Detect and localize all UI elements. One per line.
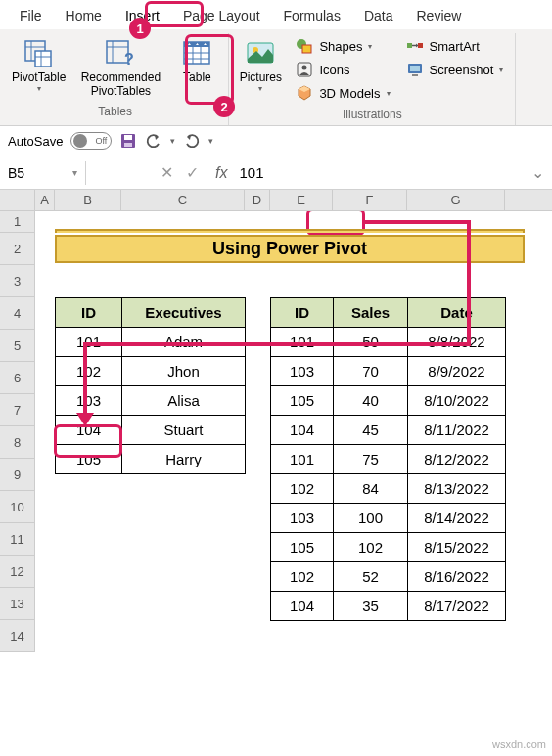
cell[interactable]: 102 (56, 357, 122, 386)
accept-formula-icon[interactable]: ✓ (182, 163, 202, 182)
cell[interactable]: 104 (271, 592, 334, 621)
row-header[interactable]: 11 (0, 523, 35, 556)
row-header[interactable]: 2 (0, 233, 35, 265)
cell[interactable]: 104 (271, 416, 334, 445)
cell[interactable]: 101 (271, 328, 334, 357)
cell[interactable]: 40 (334, 386, 408, 416)
cell[interactable]: Adam (122, 328, 246, 357)
cell[interactable]: 52 (334, 562, 408, 592)
pictures-button[interactable]: Pictures ▾ (233, 33, 288, 95)
cell[interactable]: 8/12/2022 (408, 445, 506, 474)
col-header-b[interactable]: B (55, 190, 121, 210)
row-header[interactable]: 7 (0, 394, 35, 426)
screenshot-button[interactable]: Screenshot ▾ (402, 59, 508, 80)
cell[interactable]: 103 (56, 386, 122, 416)
cell[interactable]: 8/9/2022 (408, 357, 506, 386)
table-button[interactable]: Table (169, 33, 224, 86)
tab-formulas[interactable]: Formulas (272, 2, 352, 29)
icons-button[interactable]: Icons (292, 59, 393, 80)
row-header[interactable]: 1 (0, 211, 35, 233)
row-header[interactable]: 5 (0, 330, 35, 362)
col-header-c[interactable]: C (121, 190, 245, 210)
cell[interactable]: 100 (334, 504, 408, 533)
title-banner: Using Power Pivot (55, 235, 525, 263)
cell[interactable]: 101 (56, 328, 122, 357)
row-header[interactable]: 4 (0, 297, 35, 330)
cell[interactable]: 105 (271, 533, 334, 562)
tab-review[interactable]: Review (405, 2, 474, 29)
row-header[interactable]: 10 (0, 491, 35, 523)
table-row: 102848/13/2022 (271, 474, 506, 504)
recommended-pivottables-button[interactable]: ? Recommended PivotTables (71, 33, 169, 101)
cell[interactable]: 102 (334, 533, 408, 562)
cancel-formula-icon[interactable]: ✕ (157, 163, 176, 182)
cell[interactable]: 8/16/2022 (408, 562, 506, 592)
col-header-f[interactable]: F (333, 190, 407, 210)
redo-icon[interactable] (183, 132, 201, 150)
cell[interactable]: Harry (122, 445, 246, 474)
table-row: 105Harry (56, 445, 246, 474)
cell[interactable]: 8/11/2022 (408, 416, 506, 445)
autosave-toggle[interactable]: Off (70, 132, 112, 150)
col-header-d[interactable]: D (245, 190, 270, 210)
tab-file[interactable]: File (8, 2, 54, 29)
row-header[interactable]: 13 (0, 588, 35, 620)
fx-icon[interactable]: fx (209, 164, 233, 182)
undo-icon[interactable] (145, 132, 162, 150)
col-header-e[interactable]: E (270, 190, 333, 210)
cell[interactable]: 105 (271, 386, 334, 416)
tab-page-layout[interactable]: Page Layout (171, 2, 272, 29)
cell[interactable]: 8/10/2022 (408, 386, 506, 416)
row-header[interactable]: 9 (0, 459, 35, 491)
cell[interactable]: Stuart (122, 416, 246, 445)
row-header[interactable]: 14 (0, 620, 35, 652)
expand-formula-bar-icon[interactable]: ⌄ (524, 163, 552, 182)
cell[interactable]: 8/17/2022 (408, 592, 506, 621)
table-header[interactable]: ID (56, 298, 122, 328)
cell[interactable]: 75 (334, 445, 408, 474)
cell[interactable]: 8/8/2022 (408, 328, 506, 357)
tab-data[interactable]: Data (352, 2, 405, 29)
table-header[interactable]: ID (271, 298, 334, 328)
smartart-button[interactable]: SmartArt (402, 35, 508, 57)
row-header[interactable]: 6 (0, 362, 35, 394)
cell[interactable]: 105 (56, 445, 122, 474)
cell[interactable]: 50 (334, 328, 408, 357)
chevron-down-icon[interactable]: ▾ (208, 136, 213, 146)
shapes-button[interactable]: Shapes ▾ (292, 35, 393, 57)
cell[interactable]: 8/13/2022 (408, 474, 506, 504)
cell[interactable]: Jhon (122, 357, 246, 386)
row-header[interactable]: 12 (0, 556, 35, 588)
formula-input[interactable]: 101 (233, 160, 524, 185)
cell[interactable]: 70 (334, 357, 408, 386)
col-header-a[interactable]: A (35, 190, 55, 210)
3d-models-button[interactable]: 3D Models ▾ (292, 82, 393, 104)
cell[interactable]: 8/14/2022 (408, 504, 506, 533)
save-icon[interactable] (119, 132, 137, 150)
table-header[interactable]: Executives (122, 298, 246, 328)
tab-home[interactable]: Home (54, 2, 114, 29)
tables-group-label: Tables (6, 101, 224, 122)
cell[interactable]: 102 (271, 562, 334, 592)
select-all-corner[interactable] (0, 190, 35, 210)
pivottable-button[interactable]: PivotTable ▾ (6, 33, 71, 95)
name-box[interactable]: B5 ▾ (0, 161, 86, 185)
cell-area[interactable]: Using Power Pivot ID Executives 101Adam … (35, 211, 525, 652)
shapes-label: Shapes (319, 39, 362, 54)
chevron-down-icon[interactable]: ▾ (170, 136, 175, 146)
table-header[interactable]: Sales (334, 298, 408, 328)
cell[interactable]: 102 (271, 474, 334, 504)
col-header-g[interactable]: G (407, 190, 505, 210)
cell[interactable]: 103 (271, 504, 334, 533)
table-header[interactable]: Date (408, 298, 506, 328)
cell[interactable]: 35 (334, 592, 408, 621)
cell[interactable]: 84 (334, 474, 408, 504)
cell[interactable]: 103 (271, 357, 334, 386)
cell[interactable]: Alisa (122, 386, 246, 416)
cell[interactable]: 45 (334, 416, 408, 445)
row-header[interactable]: 8 (0, 426, 35, 459)
cell[interactable]: 104 (56, 416, 122, 445)
cell[interactable]: 101 (271, 445, 334, 474)
cell[interactable]: 8/15/2022 (408, 533, 506, 562)
row-header[interactable]: 3 (0, 265, 35, 297)
